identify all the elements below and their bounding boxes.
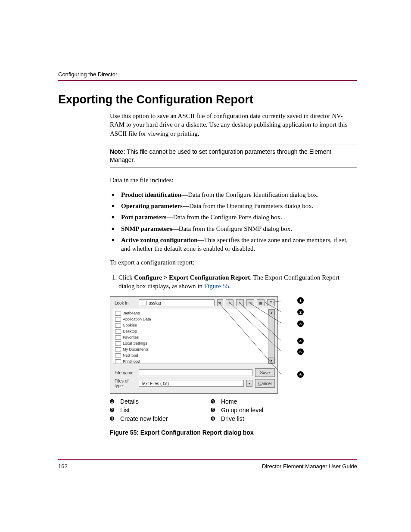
running-header: Configuring the Director	[58, 71, 357, 78]
folder-icon	[115, 317, 121, 322]
list-item[interactable]: Local Settings	[115, 340, 266, 346]
legend-num: ➏	[211, 416, 221, 422]
folder-icon	[115, 329, 121, 334]
list-item[interactable]: Desktop	[115, 328, 266, 334]
legend-text: Drive list	[221, 415, 299, 422]
legend-text: Create new folder	[120, 415, 211, 422]
list-item[interactable]: Favorites	[115, 334, 266, 340]
list-item[interactable]: .netbeans	[115, 310, 266, 316]
callout-badge: 6	[297, 371, 304, 378]
file-type-label: Files of type:	[115, 379, 136, 388]
figure-legend: ➊ Details ➍ Home ➋ List ➎ Go up one leve…	[110, 398, 357, 422]
folder-icon	[115, 341, 121, 346]
page-footer: 162 Director Element Manager User Guide	[58, 459, 357, 470]
legend-text: Details	[120, 398, 211, 405]
intro-paragraph: Use this option to save an ASCII file of…	[110, 112, 357, 138]
file-name-input[interactable]	[139, 369, 252, 376]
note-block: Note: This file cannot be used to set co…	[110, 144, 357, 168]
folder-icon	[115, 323, 121, 328]
look-in-dropdown[interactable]: usslag	[139, 299, 215, 306]
list-view-icon[interactable]: ▦	[257, 299, 265, 306]
footer-rule	[58, 459, 357, 460]
bullet-item: SNMP parameters—Data from the Configure …	[110, 224, 357, 233]
look-in-value: usslag	[149, 301, 161, 305]
bullet-item: Port parameters—Data from the Configure …	[110, 213, 357, 221]
bullet-item: Product identification—Data from the Con…	[110, 190, 357, 199]
save-button[interactable]: Save	[255, 368, 275, 377]
legend-num: ➊	[110, 398, 120, 404]
legend-num: ➍	[211, 398, 221, 404]
folder-icon	[115, 335, 121, 340]
legend-text: List	[120, 407, 211, 414]
file-list-area[interactable]: .netbeans Application Data Cookies Deskt…	[113, 309, 275, 364]
look-in-label: Look in:	[115, 301, 136, 305]
note-text: This file cannot be used to set configur…	[110, 148, 331, 163]
folder-icon	[115, 311, 121, 316]
list-item[interactable]: My Documents	[115, 346, 266, 352]
scroll-up-icon[interactable]: ▲	[268, 309, 274, 315]
callout-badge: 2	[297, 309, 304, 315]
legend-num: ➌	[110, 416, 120, 422]
cancel-button[interactable]: Cancel	[255, 379, 275, 388]
note-label: Note:	[110, 148, 125, 155]
file-name-label: File name:	[115, 370, 136, 375]
folder-icon	[115, 359, 121, 364]
bullet-item: Operating parameters—Data from the Opera…	[110, 202, 357, 210]
callout-badge: 1	[297, 297, 304, 304]
figure-xref[interactable]: Figure 55	[204, 283, 229, 289]
export-dialog: Look in: usslag ▼ ⇧ ⌂ ▭ ▦ ≣ .netbeans Ap…	[110, 296, 278, 394]
page-number: 162	[58, 463, 68, 470]
legend-text: Home	[221, 398, 299, 405]
callout-badge: 5	[297, 348, 304, 355]
dropdown-caret-icon[interactable]: ▼	[217, 299, 223, 306]
details-view-icon[interactable]: ≣	[267, 299, 275, 306]
step-list: Click Configure > Export Configuration R…	[110, 273, 357, 291]
folder-icon	[115, 353, 121, 358]
folder-icon	[141, 301, 147, 305]
dropdown-caret-icon[interactable]: ▼	[246, 380, 252, 387]
figure-caption: Figure 55: Export Configuration Report d…	[110, 429, 357, 436]
scroll-down-icon[interactable]: ▼	[268, 358, 274, 364]
step-item: Click Configure > Export Configuration R…	[118, 273, 357, 291]
new-folder-icon[interactable]: ▭	[246, 299, 254, 306]
figure-55: Look in: usslag ▼ ⇧ ⌂ ▭ ▦ ≣ .netbeans Ap…	[110, 296, 291, 394]
bullet-item: Active zoning configuration—This specifi…	[110, 236, 357, 253]
export-lead: To export a configuration report:	[110, 258, 357, 267]
callout-badge: 4	[297, 338, 304, 344]
folder-icon	[115, 347, 121, 352]
legend-num: ➋	[110, 407, 120, 413]
scrollbar[interactable]: ▲ ▼	[268, 309, 274, 364]
up-one-level-icon[interactable]: ⇧	[226, 299, 234, 306]
header-rule	[58, 80, 357, 81]
home-icon[interactable]: ⌂	[236, 299, 244, 306]
bullet-list: Product identification—Data from the Con…	[110, 190, 357, 253]
list-item[interactable]: Cookies	[115, 322, 266, 328]
legend-num: ➎	[211, 407, 221, 413]
section-heading: Exporting the Configuration Report	[58, 93, 357, 106]
legend-text: Go up one level	[221, 407, 299, 414]
list-item[interactable]: PrintHood	[115, 358, 266, 364]
callout-badge: 3	[297, 320, 304, 327]
book-title: Director Element Manager User Guide	[262, 463, 357, 470]
file-type-select[interactable]: Text Files (.txt)	[139, 380, 244, 387]
includes-lead: Data in the file includes:	[110, 176, 357, 184]
list-item[interactable]: NetHood	[115, 352, 266, 358]
list-item[interactable]: Application Data	[115, 316, 266, 322]
